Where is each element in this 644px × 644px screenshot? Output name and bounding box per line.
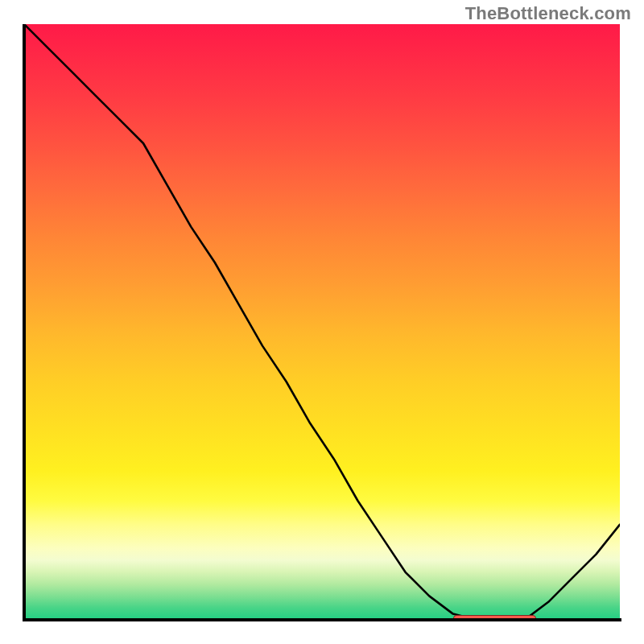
y-axis (23, 24, 26, 621)
x-axis (24, 618, 621, 621)
curve-overlay (24, 24, 620, 620)
plot-area (24, 24, 620, 620)
bottleneck-curve-path (24, 24, 620, 620)
chart-frame: TheBottleneck.com (0, 0, 644, 644)
watermark-text: TheBottleneck.com (465, 3, 631, 24)
